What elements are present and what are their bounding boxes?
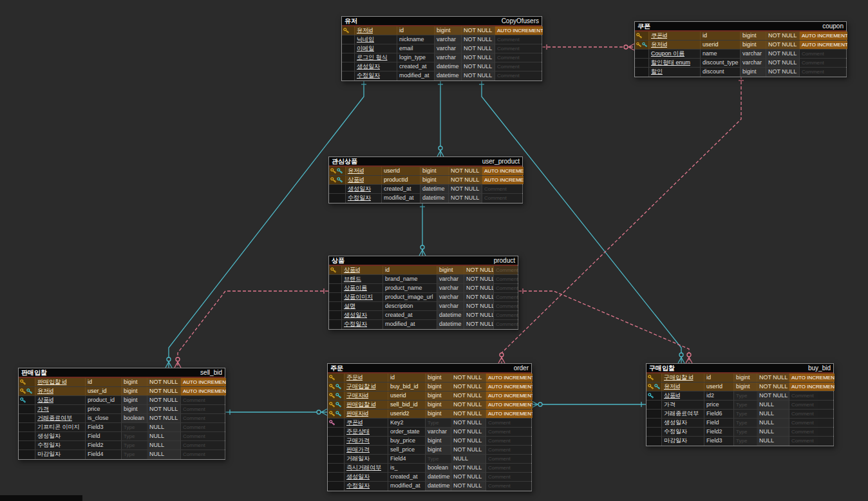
entity-header[interactable]: 주문order bbox=[328, 364, 531, 373]
relationship-product_sell_bid[interactable] bbox=[175, 288, 328, 368]
column-row[interactable]: 유저iduserIdbigintNOT NULLAUTO INCREMENT bbox=[646, 383, 833, 392]
column-row[interactable]: 할인형태 enumdiscount_typevarcharNOT NULLCom… bbox=[635, 59, 846, 68]
column-row[interactable]: Coupon 이름namevarcharNOT NULLComment bbox=[635, 50, 846, 59]
column-row[interactable]: 주문ididbigintNOT NULLAUTO INCREMENT bbox=[328, 373, 531, 383]
column-logical-name: 마감일자 bbox=[662, 437, 704, 446]
column-row[interactable]: 상품idproductIdbigintNOT NULLAUTO INCREMEN… bbox=[329, 176, 522, 185]
column-row[interactable]: 구매가격buy_pricebigintNOT NULLComment bbox=[328, 437, 531, 446]
column-row[interactable]: 상품idproduct_idbigintNOT NULLComment bbox=[19, 396, 225, 405]
column-row[interactable]: 수정일자modified_atdatetimeNOT NULLComment bbox=[328, 482, 531, 491]
column-row[interactable]: 수정일자Field2TypeNULLComment bbox=[646, 428, 833, 437]
key-icons bbox=[328, 473, 344, 481]
column-row[interactable]: 생성일자created_atdatetimeNOT NULLComment bbox=[329, 185, 522, 194]
column-row[interactable]: 설명descriptionvarcharNOT NULLComment bbox=[329, 302, 518, 311]
column-row[interactable]: 수정일자Field2TypeNULLComment bbox=[19, 441, 225, 450]
column-logical-name: 생성일자 bbox=[346, 185, 382, 193]
entity-buy_bid[interactable]: 구매입찰buy_bid구매입찰 ididbigintNOT NULLAUTO I… bbox=[646, 363, 834, 446]
relationship-sell_bid_order[interactable] bbox=[225, 409, 327, 415]
column-row[interactable]: 판매자iduserid2bigintNOT NULLAUTO INCREMENT bbox=[328, 410, 531, 419]
column-type: bigint bbox=[437, 266, 464, 274]
relationship-product_buy_bid[interactable] bbox=[518, 288, 692, 363]
column-row[interactable]: 유저ididbigintNOT NULLAUTO INCREMENT bbox=[342, 26, 542, 35]
column-row[interactable]: 가격priceTypeNULLComment bbox=[646, 401, 833, 410]
column-row[interactable]: 상품이름product_namevarcharNOT NULLComment bbox=[329, 284, 518, 293]
column-row[interactable]: 유저iduseridbigintNOT NULLAUTO INCREMENT bbox=[635, 41, 846, 50]
entity-header[interactable]: 쿠폰coupon bbox=[635, 22, 846, 32]
entity-header[interactable]: 구매입찰buy_bid bbox=[646, 364, 833, 373]
entity-physical-name: coupon bbox=[822, 23, 844, 30]
column-row[interactable]: 기프티콘 이미지Field3TypeNULLComment bbox=[19, 423, 225, 432]
column-row[interactable]: 거래종료여부is_closebooleanNOT NULLComment bbox=[19, 414, 225, 423]
column-row[interactable]: 구매입찰 ididbigintNOT NULLAUTO INCREMENT bbox=[646, 373, 833, 383]
column-constraint: NOT NULL bbox=[451, 419, 486, 427]
column-row[interactable]: 판매가격sell_pricebigintNOT NULLComment bbox=[328, 446, 531, 455]
column-row[interactable]: 생성일자created_atdatetimeNOT NULLComment bbox=[342, 62, 542, 71]
relationship-users_user_product[interactable] bbox=[437, 80, 444, 156]
column-row[interactable]: 생성일자FieldTypeNULLComment bbox=[19, 432, 225, 441]
entity-coupon[interactable]: 쿠폰coupon쿠폰ididbigintNOT NULLAUTO INCREME… bbox=[634, 21, 847, 77]
column-row[interactable]: 이메일emailvarcharNOT NULLComment bbox=[342, 44, 542, 53]
column-row[interactable]: 판매입찰 idsell_bid_idbigintNOT NULLAUTO INC… bbox=[328, 401, 531, 410]
key-icons bbox=[329, 275, 342, 283]
column-row[interactable]: 브랜드brand_namevarcharNOT NULLComment bbox=[329, 275, 518, 284]
column-extra: Comment bbox=[494, 302, 519, 310]
column-type: bigint bbox=[435, 26, 462, 35]
column-row[interactable]: 거래일자Field4TypeNULLComment bbox=[328, 455, 531, 464]
column-constraint: NOT NULL bbox=[462, 71, 495, 80]
column-physical-name: userId bbox=[382, 167, 420, 175]
column-row[interactable]: 생성일자created_atdatetimeNOT NULLComment bbox=[328, 473, 531, 482]
column-logical-name: 거래종료여부 bbox=[662, 410, 704, 418]
column-physical-name: Key2 bbox=[388, 419, 426, 427]
entity-users[interactable]: 유저CopyOfusers유저ididbigintNOT NULLAUTO IN… bbox=[341, 16, 542, 81]
column-row[interactable]: 닉네임nicknamevarcharNOT NULLComment bbox=[342, 35, 542, 44]
entity-logical-name: 유저 bbox=[344, 17, 357, 26]
column-constraint: NOT NULL bbox=[451, 373, 486, 382]
entity-header[interactable]: 유저CopyOfusers bbox=[342, 17, 542, 26]
column-constraint: NOT NULL bbox=[757, 392, 789, 400]
column-row[interactable]: 즉시거래여부is_booleanNOT NULLComment bbox=[328, 464, 531, 473]
entity-product[interactable]: 상품product상품ididbigintNOT NULLComment브랜드b… bbox=[328, 256, 518, 330]
column-row[interactable]: 가격pricebigintNOT NULLComment bbox=[19, 405, 225, 414]
entity-order[interactable]: 주문order주문ididbigintNOT NULLAUTO INCREMEN… bbox=[327, 363, 532, 491]
entity-user_product[interactable]: 관심상품user_product유저iduserIdbigintNOT NULL… bbox=[328, 156, 523, 203]
column-type: bigint bbox=[741, 32, 766, 40]
column-row[interactable]: 상품이미지product_image_urlvarcharNOT NULLCom… bbox=[329, 293, 518, 302]
column-logical-name: 마감일자 bbox=[35, 450, 86, 459]
column-row[interactable]: 판매입찰 ididbigintNOT NULLAUTO INCREMENT bbox=[19, 378, 225, 387]
column-type: bigint bbox=[426, 401, 451, 409]
column-row[interactable]: 구매입찰 idbuy_bid_idbigintNOT NULLAUTO INCR… bbox=[328, 383, 531, 392]
relationship-buy_bid_order[interactable] bbox=[532, 401, 646, 408]
column-row[interactable]: 거래종료여부Field6TypeNULLComment bbox=[646, 410, 833, 419]
entity-header[interactable]: 상품product bbox=[329, 256, 518, 266]
column-constraint: NOT NULL bbox=[462, 62, 495, 71]
column-row[interactable]: 로그인 형식login_typevarcharNOT NULLComment bbox=[342, 53, 542, 62]
column-row[interactable]: 쿠폰idKey2TypeNOT NULLComment bbox=[328, 419, 531, 428]
column-physical-name: created_at bbox=[388, 473, 426, 481]
column-row[interactable]: 구매자iduseridbigintNOT NULLAUTO INCREMENT bbox=[328, 392, 531, 401]
column-extra: Comment bbox=[789, 410, 835, 418]
entity-header[interactable]: 관심상품user_product bbox=[329, 157, 522, 167]
column-row[interactable]: 수정일자modified_atdatetimeNOT NULLComment bbox=[329, 320, 518, 329]
column-row[interactable]: 생성일자created_atdatetimeNOT NULLComment bbox=[329, 311, 518, 320]
column-row[interactable]: 상품ididbigintNOT NULLComment bbox=[329, 266, 518, 275]
primary-key-icon bbox=[329, 375, 335, 381]
column-row[interactable]: 상품idid2TypeNOT NULLComment bbox=[646, 392, 833, 401]
column-row[interactable]: 생성일자FieldTypeNULLComment bbox=[646, 419, 833, 428]
relationship-users_coupon[interactable] bbox=[542, 44, 634, 50]
column-row[interactable]: 할인discountbigintNOT NULLComment bbox=[635, 68, 846, 77]
er-diagram-canvas[interactable]: 유저CopyOfusers유저ididbigintNOT NULLAUTO IN… bbox=[0, 0, 868, 501]
column-logical-name: 판매자id bbox=[344, 410, 388, 418]
column-row[interactable]: 쿠폰ididbigintNOT NULLAUTO INCREMENT bbox=[635, 32, 846, 41]
column-row[interactable]: 마감일자Field4TypeNULLComment bbox=[19, 450, 225, 459]
column-extra: Comment bbox=[494, 293, 519, 301]
column-row[interactable]: 마감일자Field3TypeNULLComment bbox=[646, 437, 833, 446]
entity-header[interactable]: 판매입찰sell_bid bbox=[19, 368, 225, 378]
column-row[interactable]: 유저iduser_idbigintNOT NULLAUTO INCREMENT bbox=[19, 387, 225, 396]
foreign-key-icon bbox=[335, 411, 341, 417]
column-row[interactable]: 주문상태order_statevarcharNOT NULLComment bbox=[328, 428, 531, 437]
column-row[interactable]: 유저iduserIdbigintNOT NULLAUTO INCREMENT bbox=[329, 167, 522, 176]
entity-sell_bid[interactable]: 판매입찰sell_bid판매입찰 ididbigintNOT NULLAUTO … bbox=[18, 368, 225, 460]
relationship-user_product_product[interactable] bbox=[419, 202, 426, 256]
column-row[interactable]: 수정일자modified_atdatetimeNOT NULLComment bbox=[329, 194, 522, 203]
column-row[interactable]: 수정일자modified_atdatetimeNOT NULLComment bbox=[342, 71, 542, 80]
